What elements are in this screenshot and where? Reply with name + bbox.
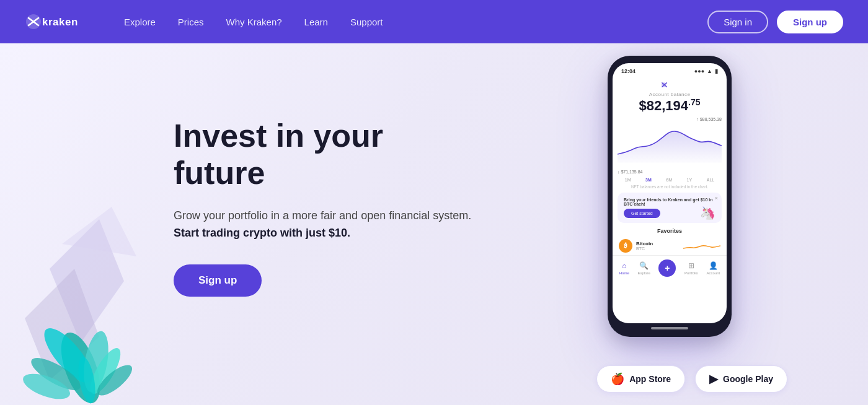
app-store-label: App Store <box>629 374 671 384</box>
btc-ticker: BTC <box>636 246 680 251</box>
trade-icon: + <box>665 263 670 273</box>
account-icon: 👤 <box>709 261 718 270</box>
nav-actions: Sign in Sign up <box>707 11 843 33</box>
phone-nav-account[interactable]: 👤 Account <box>706 261 720 275</box>
google-play-icon: ▶ <box>709 372 718 386</box>
apple-icon: 🍎 <box>611 372 624 386</box>
hero-content: Invest in your future Grow your portfoli… <box>174 118 484 297</box>
svg-point-5 <box>53 328 108 405</box>
svg-marker-2 <box>50 219 124 343</box>
tf-all[interactable]: ALL <box>707 178 714 182</box>
google-play-label: Google Play <box>723 374 773 384</box>
app-store-buttons: 🍎 App Store ▶ Google Play <box>596 365 787 393</box>
home-indicator <box>651 327 688 329</box>
decorative-illustration <box>0 145 198 405</box>
nft-note: NFT balances are not included in the cha… <box>613 183 727 190</box>
btc-mini-chart <box>683 240 720 252</box>
svg-point-9 <box>85 344 126 398</box>
phone-nav-explore[interactable]: 🔍 Explore <box>637 261 650 275</box>
phone-balance: $82,194.75 <box>613 97 727 115</box>
svg-text:kraken: kraken <box>42 16 78 28</box>
phone-kraken-logo <box>613 77 727 92</box>
btc-info: Bitcoin BTC <box>636 241 680 251</box>
nav-item-support[interactable]: Support <box>350 17 383 27</box>
tf-3m[interactable]: 3M <box>645 178 652 182</box>
phone-mockup: 12:04 ●●● ▲ ▮ A <box>608 56 744 337</box>
phone-nav-trade[interactable]: + <box>658 259 676 277</box>
tf-1m[interactable]: 1M <box>625 178 631 182</box>
phone-status-bar: 12:04 ●●● ▲ ▮ <box>613 63 727 77</box>
tf-1y[interactable]: 1Y <box>687 178 693 182</box>
phone-battery: ▮ <box>715 68 718 74</box>
svg-point-11 <box>20 368 73 404</box>
hero-headline: Invest in your future <box>174 118 484 192</box>
phone-nav-explore-label: Explore <box>637 271 650 275</box>
svg-point-7 <box>80 329 113 394</box>
hero-signup-button[interactable]: Sign up <box>174 264 262 297</box>
phone-wifi: ▲ <box>707 68 712 74</box>
navbar: kraken Explore Prices Why Kraken? Learn … <box>0 0 868 43</box>
svg-point-12 <box>93 360 136 401</box>
svg-point-6 <box>37 321 99 390</box>
btc-name: Bitcoin <box>636 241 680 246</box>
nav-item-why-kraken[interactable]: Why Kraken? <box>226 17 282 27</box>
signup-button[interactable]: Sign up <box>777 11 843 33</box>
app-store-button[interactable]: 🍎 App Store <box>596 365 685 393</box>
svg-point-8 <box>27 352 85 396</box>
portfolio-icon: ⊞ <box>688 261 694 270</box>
phone-signal: ●●● <box>694 68 704 74</box>
phone-bottom-nav: ⌂ Home 🔍 Explore + ⊞ Portfolio <box>613 255 727 282</box>
chart-timeframes: 1M 3M 6M 1Y ALL <box>613 176 727 183</box>
svg-marker-3 <box>25 269 99 380</box>
nav-links: Explore Prices Why Kraken? Learn Support <box>124 17 707 27</box>
favorites-label: Favorites <box>613 225 727 237</box>
close-banner-button[interactable]: × <box>715 195 718 201</box>
btc-icon: ₿ <box>619 239 632 253</box>
svg-point-10 <box>76 355 99 404</box>
home-icon: ⌂ <box>622 261 626 270</box>
phone-chart: ↑ $88,535.38 ↓ $71,135.84 <box>613 115 727 176</box>
btc-row: ₿ Bitcoin BTC <box>613 237 727 255</box>
hero-subheadline: Grow your portfolio in a more fair and o… <box>174 207 484 243</box>
phone-balance-label: Account balance <box>613 92 727 97</box>
referral-icon: 🦄 <box>700 206 715 220</box>
hero-section: Invest in your future Grow your portfoli… <box>0 43 868 405</box>
chart-low-label: ↓ $71,135.84 <box>618 170 722 174</box>
phone-nav-portfolio-label: Portfolio <box>684 271 698 275</box>
phone-nav-account-label: Account <box>706 271 720 275</box>
referral-get-started-button[interactable]: Get started <box>624 209 660 218</box>
signin-button[interactable]: Sign in <box>707 11 768 33</box>
referral-title: Bring your friends to Kraken and get $10… <box>624 198 715 206</box>
phone-time: 12:04 <box>621 68 636 74</box>
svg-marker-4 <box>62 207 136 256</box>
tf-6m[interactable]: 6M <box>666 178 672 182</box>
phone-nav-portfolio[interactable]: ⊞ Portfolio <box>684 261 698 275</box>
referral-banner: × Bring your friends to Kraken and get $… <box>618 193 722 223</box>
phone-nav-home[interactable]: ⌂ Home <box>619 261 629 275</box>
chart-high-label: ↑ $88,535.38 <box>618 117 722 121</box>
explore-icon: 🔍 <box>639 261 649 270</box>
google-play-button[interactable]: ▶ Google Play <box>695 365 787 393</box>
logo[interactable]: kraken <box>25 13 93 30</box>
nav-item-learn[interactable]: Learn <box>304 17 328 27</box>
nav-item-prices[interactable]: Prices <box>178 17 204 27</box>
phone-nav-home-label: Home <box>619 271 629 275</box>
nav-item-explore[interactable]: Explore <box>124 17 156 27</box>
